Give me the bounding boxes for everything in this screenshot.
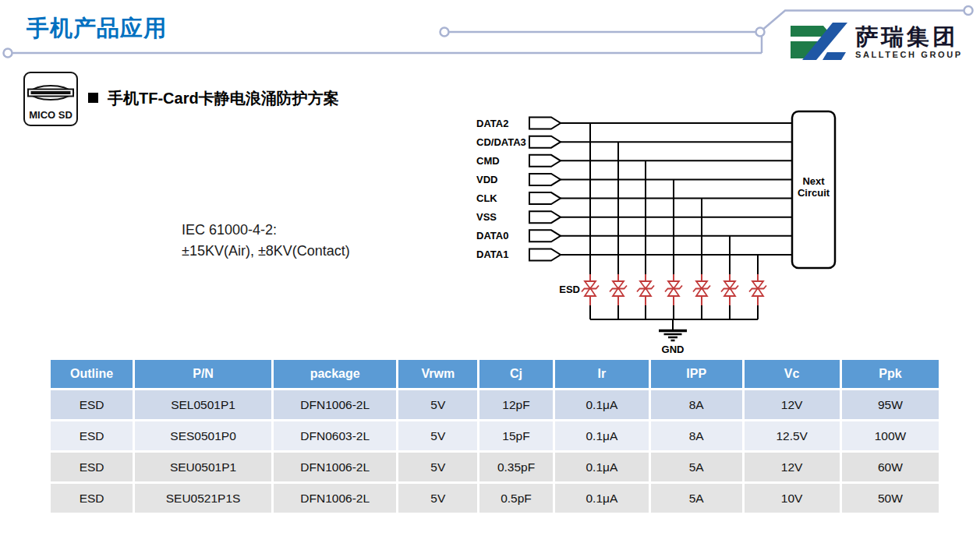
table-cell: SEU0521P1S bbox=[135, 481, 274, 513]
table-cell: 12V bbox=[745, 388, 842, 419]
logo-company-name-en: SALLTECH GROUP bbox=[855, 50, 963, 59]
next-circuit-label: Next bbox=[802, 175, 825, 187]
table-cell: 0.35pF bbox=[479, 450, 555, 481]
signal-label: DATA0 bbox=[476, 230, 508, 242]
table-cell: ESD bbox=[51, 450, 135, 481]
table-row: ESDSEU0501P1DFN1006-2L5V0.35pF0.1μA5A12V… bbox=[51, 450, 939, 481]
esd-diode bbox=[721, 236, 738, 319]
table-cell: 5A bbox=[651, 481, 745, 513]
header-cell: IPP bbox=[651, 360, 745, 388]
table-cell: 0.1μA bbox=[555, 388, 651, 419]
table-cell: 0.5pF bbox=[479, 481, 555, 513]
sd-card-pictogram-icon bbox=[26, 79, 76, 106]
signal-connector bbox=[529, 118, 561, 129]
table-cell: SES0501P0 bbox=[135, 419, 274, 450]
signal-label: CMD bbox=[476, 155, 500, 167]
esd-diode-group bbox=[582, 123, 766, 319]
table-cell: 12pF bbox=[479, 388, 555, 419]
table-cell: DFN0603-2L bbox=[274, 419, 399, 450]
table-cell: 5V bbox=[398, 450, 479, 481]
signal-label: DATA2 bbox=[476, 118, 508, 129]
iec-line1: IEC 61000-4-2: bbox=[182, 220, 350, 241]
sd-card-label: MICO SD bbox=[29, 109, 73, 121]
sd-card-icon: MICO SD bbox=[23, 72, 78, 126]
table-cell: 8A bbox=[651, 419, 745, 450]
section-title: 手机TF-Card卡静电浪涌防护方案 bbox=[108, 88, 339, 109]
table-cell: 0.1μA bbox=[555, 481, 651, 513]
esd-diode bbox=[665, 179, 682, 319]
table-cell: 5V bbox=[398, 419, 479, 450]
table-cell: 5V bbox=[398, 388, 479, 419]
signal-connector bbox=[529, 136, 561, 148]
signal-connector bbox=[529, 249, 561, 260]
signal-label: VDD bbox=[476, 174, 497, 185]
signal-label: VSS bbox=[476, 211, 497, 223]
signal-connector bbox=[529, 155, 561, 167]
section-heading: 手机TF-Card卡静电浪涌防护方案 bbox=[88, 88, 339, 109]
header-cell: Ppk bbox=[842, 360, 939, 388]
bullet-square bbox=[88, 93, 98, 103]
signal-label: DATA1 bbox=[476, 249, 508, 260]
esd-diode bbox=[693, 199, 710, 319]
esd-diode bbox=[610, 142, 627, 319]
table-cell: 5V bbox=[398, 481, 479, 513]
iec-line2: ±15KV(Air), ±8KV(Contact) bbox=[182, 241, 350, 262]
signal-label: CD/DATA3 bbox=[476, 136, 526, 148]
header-cell: Ir bbox=[555, 360, 651, 388]
esd-diode bbox=[749, 255, 766, 319]
page-title: 手机产品应用 bbox=[27, 13, 167, 44]
table-cell: 12.5V bbox=[745, 419, 842, 450]
table-cell: 12V bbox=[745, 450, 842, 481]
table-cell: DFN1006-2L bbox=[274, 388, 399, 419]
header-cell: Outline bbox=[51, 360, 135, 388]
table-cell: DFN1006-2L bbox=[274, 450, 399, 481]
signal-connector bbox=[529, 192, 561, 204]
table-cell: 100W bbox=[842, 419, 939, 450]
table-cell: ESD bbox=[51, 388, 135, 419]
signal-label: CLK bbox=[476, 192, 497, 204]
table-cell: 95W bbox=[842, 388, 939, 419]
header-cell: P/N bbox=[135, 360, 274, 388]
esd-diode bbox=[582, 123, 599, 319]
table-row: ESDSEU0521P1SDFN1006-2L5V0.5pF0.1μA5A10V… bbox=[51, 481, 939, 513]
table-header-row: OutlineP/NpackageVrwmCjIrIPPVcPpk bbox=[51, 360, 939, 388]
table-cell: ESD bbox=[51, 419, 135, 450]
slide: DATA2CD/DATA3CMDVDDCLKVSSDATA0DATA1 Next… bbox=[0, 0, 980, 550]
table-row: ESDSEL0501P1DFN1006-2L5V12pF0.1μA8A12V95… bbox=[51, 388, 939, 419]
signal-group: DATA2CD/DATA3CMDVDDCLKVSSDATA0DATA1 bbox=[476, 118, 792, 261]
table-cell: 8A bbox=[651, 388, 745, 419]
table-cell: 15pF bbox=[479, 419, 555, 450]
esd-diode bbox=[637, 160, 654, 319]
table-cell: SEU0501P1 bbox=[135, 450, 274, 481]
table-row: ESDSES0501P0DFN0603-2L5V15pF0.1μA8A12.5V… bbox=[51, 419, 939, 450]
table-cell: SEL0501P1 bbox=[135, 388, 274, 419]
next-circuit-box bbox=[792, 111, 835, 268]
signal-connector bbox=[529, 230, 561, 242]
table-cell: ESD bbox=[51, 481, 135, 513]
iec-standard-note: IEC 61000-4-2: ±15KV(Air), ±8KV(Contact) bbox=[182, 220, 350, 262]
header-cell: Vc bbox=[745, 360, 842, 388]
table-cell: 5A bbox=[651, 450, 745, 481]
table-cell: 50W bbox=[842, 481, 939, 513]
signal-connector bbox=[529, 174, 561, 185]
company-logo: 萨瑞集团 SALLTECH GROUP bbox=[789, 21, 963, 63]
table-cell: 10V bbox=[745, 481, 842, 513]
gnd-label: GND bbox=[662, 344, 685, 355]
spec-table: OutlineP/NpackageVrwmCjIrIPPVcPpkESDSEL0… bbox=[51, 360, 939, 513]
logo-company-name: 萨瑞集团 bbox=[855, 25, 963, 48]
table-cell: 0.1μA bbox=[555, 419, 651, 450]
ground-symbol bbox=[659, 319, 687, 340]
header-cell: Cj bbox=[479, 360, 555, 388]
logo-mark-icon bbox=[789, 21, 848, 63]
circuit-diagram: DATA2CD/DATA3CMDVDDCLKVSSDATA0DATA1 Next… bbox=[476, 111, 835, 355]
table-cell: DFN1006-2L bbox=[274, 481, 399, 513]
next-circuit-label: Circuit bbox=[798, 187, 830, 199]
table-cell: 60W bbox=[842, 450, 939, 481]
esd-label: ESD bbox=[559, 284, 580, 295]
signal-connector bbox=[529, 211, 561, 223]
table-cell: 0.1μA bbox=[555, 450, 651, 481]
header-cell: Vrwm bbox=[398, 360, 479, 388]
header-cell: package bbox=[274, 360, 399, 388]
